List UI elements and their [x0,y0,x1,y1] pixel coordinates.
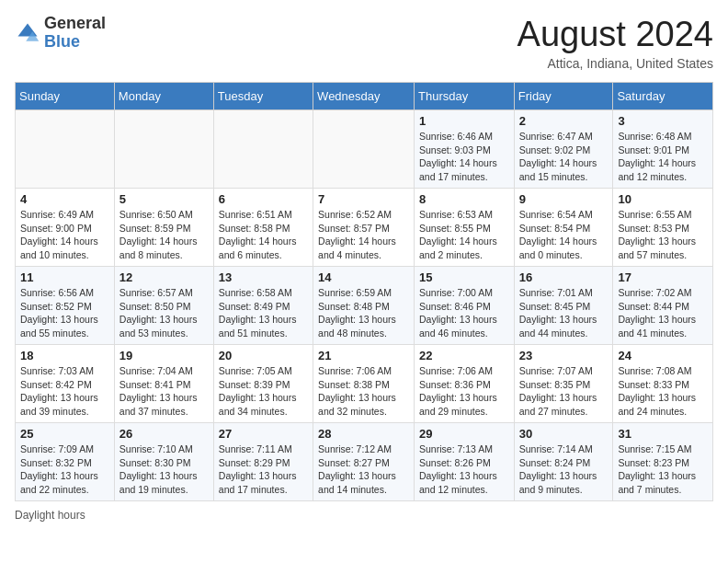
calendar-cell: 27Sunrise: 7:11 AMSunset: 8:29 PMDayligh… [213,423,313,501]
day-info: Sunrise: 6:51 AMSunset: 8:58 PMDaylight:… [219,208,308,262]
day-info: Sunrise: 7:03 AMSunset: 8:42 PMDaylight:… [20,364,109,419]
calendar-cell: 31Sunrise: 7:15 AMSunset: 8:23 PMDayligh… [613,423,713,501]
day-number: 30 [519,427,609,441]
day-info: Sunrise: 7:04 AMSunset: 8:41 PMDaylight:… [119,364,209,419]
day-number: 2 [519,114,609,128]
day-info: Sunrise: 7:10 AMSunset: 8:30 PMDaylight:… [119,442,209,497]
day-number: 28 [318,427,409,441]
day-info: Sunrise: 7:11 AMSunset: 8:29 PMDaylight:… [219,442,308,497]
day-info: Sunrise: 7:06 AMSunset: 8:36 PMDaylight:… [419,364,509,419]
calendar-cell: 7Sunrise: 6:52 AMSunset: 8:57 PMDaylight… [313,189,415,267]
calendar-cell: 5Sunrise: 6:50 AMSunset: 8:59 PMDaylight… [114,189,213,267]
calendar-cell: 3Sunrise: 6:48 AMSunset: 9:01 PMDaylight… [613,110,713,189]
logo-text: General Blue [44,15,106,52]
day-info: Sunrise: 7:09 AMSunset: 8:32 PMDaylight:… [20,442,109,497]
day-number: 5 [119,192,209,206]
day-number: 20 [219,349,308,362]
main-title: August 2024 [518,15,713,54]
day-info: Sunrise: 7:08 AMSunset: 8:33 PMDaylight:… [618,364,708,419]
day-info: Sunrise: 6:57 AMSunset: 8:50 PMDaylight:… [119,286,209,340]
day-number: 19 [119,349,209,362]
title-section: August 2024 Attica, Indiana, United Stat… [518,15,713,71]
day-header-wednesday: Wednesday [313,83,415,110]
day-number: 16 [519,270,609,284]
calendar-table: SundayMondayTuesdayWednesdayThursdayFrid… [15,82,713,501]
day-info: Sunrise: 7:07 AMSunset: 8:35 PMDaylight:… [519,364,609,419]
calendar-week-2: 4Sunrise: 6:49 AMSunset: 9:00 PMDaylight… [16,189,713,267]
day-number: 13 [219,270,308,284]
calendar-cell: 25Sunrise: 7:09 AMSunset: 8:32 PMDayligh… [16,423,115,501]
day-info: Sunrise: 7:00 AMSunset: 8:46 PMDaylight:… [419,286,509,340]
calendar-cell: 2Sunrise: 6:47 AMSunset: 9:02 PMDaylight… [514,110,613,189]
calendar-cell: 30Sunrise: 7:14 AMSunset: 8:24 PMDayligh… [514,423,613,501]
day-info: Sunrise: 7:02 AMSunset: 8:44 PMDaylight:… [618,286,708,340]
day-info: Sunrise: 6:59 AMSunset: 8:48 PMDaylight:… [318,286,409,340]
day-info: Sunrise: 6:52 AMSunset: 8:57 PMDaylight:… [318,208,409,262]
calendar-cell: 6Sunrise: 6:51 AMSunset: 8:58 PMDaylight… [213,189,313,267]
day-number: 11 [20,270,109,284]
calendar-cell [16,110,115,189]
day-header-saturday: Saturday [613,83,713,110]
subtitle: Attica, Indiana, United States [518,56,713,71]
day-header-tuesday: Tuesday [213,83,313,110]
page-header: General Blue August 2024 Attica, Indiana… [15,15,713,71]
calendar-cell: 15Sunrise: 7:00 AMSunset: 8:46 PMDayligh… [415,267,515,345]
day-number: 4 [20,192,109,206]
calendar-header-row: SundayMondayTuesdayWednesdayThursdayFrid… [16,83,713,110]
day-number: 26 [119,427,209,441]
calendar-cell: 1Sunrise: 6:46 AMSunset: 9:03 PMDaylight… [415,110,515,189]
calendar-cell: 28Sunrise: 7:12 AMSunset: 8:27 PMDayligh… [313,423,415,501]
calendar-week-3: 11Sunrise: 6:56 AMSunset: 8:52 PMDayligh… [16,267,713,345]
calendar-cell: 12Sunrise: 6:57 AMSunset: 8:50 PMDayligh… [114,267,213,345]
day-info: Sunrise: 7:05 AMSunset: 8:39 PMDaylight:… [219,364,308,419]
day-header-thursday: Thursday [415,83,515,110]
calendar-week-5: 25Sunrise: 7:09 AMSunset: 8:32 PMDayligh… [16,423,713,501]
day-header-sunday: Sunday [16,83,115,110]
day-number: 3 [618,114,708,128]
day-number: 7 [318,192,409,206]
calendar-cell: 17Sunrise: 7:02 AMSunset: 8:44 PMDayligh… [613,267,713,345]
calendar-cell: 26Sunrise: 7:10 AMSunset: 8:30 PMDayligh… [114,423,213,501]
calendar-cell: 11Sunrise: 6:56 AMSunset: 8:52 PMDayligh… [16,267,115,345]
day-info: Sunrise: 6:54 AMSunset: 8:54 PMDaylight:… [519,208,609,262]
day-number: 25 [20,427,109,441]
day-info: Sunrise: 7:15 AMSunset: 8:23 PMDaylight:… [618,442,708,497]
footer-note: Daylight hours [15,509,713,522]
calendar-cell: 24Sunrise: 7:08 AMSunset: 8:33 PMDayligh… [613,345,713,423]
day-info: Sunrise: 6:56 AMSunset: 8:52 PMDaylight:… [20,286,109,340]
day-info: Sunrise: 6:48 AMSunset: 9:01 PMDaylight:… [618,130,708,184]
day-info: Sunrise: 7:12 AMSunset: 8:27 PMDaylight:… [318,442,409,497]
day-info: Sunrise: 7:13 AMSunset: 8:26 PMDaylight:… [419,442,509,497]
calendar-week-1: 1Sunrise: 6:46 AMSunset: 9:03 PMDaylight… [16,110,713,189]
logo-general: General [44,15,106,33]
day-number: 18 [20,349,109,362]
calendar-cell: 10Sunrise: 6:55 AMSunset: 8:53 PMDayligh… [613,189,713,267]
day-info: Sunrise: 7:06 AMSunset: 8:38 PMDaylight:… [318,364,409,419]
calendar-cell: 16Sunrise: 7:01 AMSunset: 8:45 PMDayligh… [514,267,613,345]
calendar-cell: 29Sunrise: 7:13 AMSunset: 8:26 PMDayligh… [415,423,515,501]
logo: General Blue [15,15,106,52]
calendar-cell: 8Sunrise: 6:53 AMSunset: 8:55 PMDaylight… [415,189,515,267]
calendar-cell [313,110,415,189]
day-number: 23 [519,349,609,362]
day-number: 8 [419,192,509,206]
day-number: 21 [318,349,409,362]
day-number: 15 [419,270,509,284]
calendar-cell: 4Sunrise: 6:49 AMSunset: 9:00 PMDaylight… [16,189,115,267]
logo-icon [15,20,40,46]
day-number: 10 [618,192,708,206]
day-number: 14 [318,270,409,284]
calendar-cell: 22Sunrise: 7:06 AMSunset: 8:36 PMDayligh… [415,345,515,423]
calendar-cell: 20Sunrise: 7:05 AMSunset: 8:39 PMDayligh… [213,345,313,423]
day-header-monday: Monday [114,83,213,110]
calendar-cell: 19Sunrise: 7:04 AMSunset: 8:41 PMDayligh… [114,345,213,423]
day-number: 29 [419,427,509,441]
calendar-cell: 14Sunrise: 6:59 AMSunset: 8:48 PMDayligh… [313,267,415,345]
day-info: Sunrise: 6:58 AMSunset: 8:49 PMDaylight:… [219,286,308,340]
day-info: Sunrise: 6:49 AMSunset: 9:00 PMDaylight:… [20,208,109,262]
day-number: 17 [618,270,708,284]
calendar-week-4: 18Sunrise: 7:03 AMSunset: 8:42 PMDayligh… [16,345,713,423]
daylight-label: Daylight hours [15,509,85,522]
calendar-cell: 18Sunrise: 7:03 AMSunset: 8:42 PMDayligh… [16,345,115,423]
day-number: 6 [219,192,308,206]
